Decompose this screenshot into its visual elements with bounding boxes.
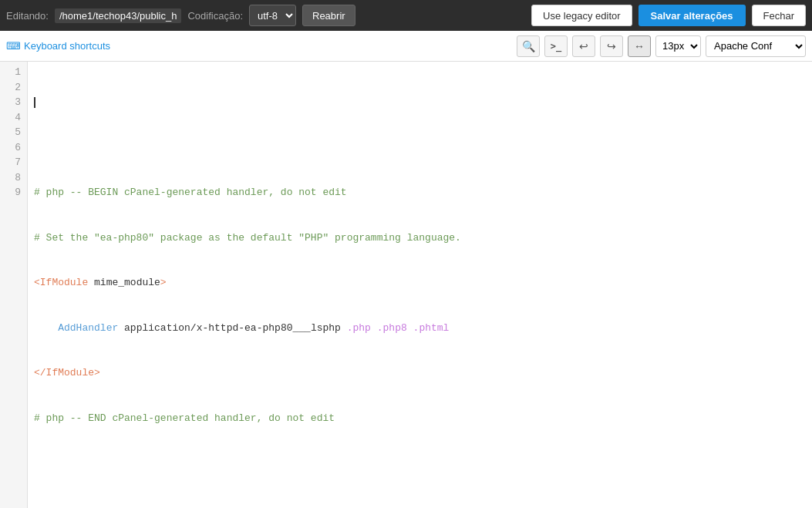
line-numbers: 1 2 3 4 5 6 7 8 9	[0, 62, 28, 508]
search-button[interactable]: 🔍	[517, 35, 540, 57]
redo-button[interactable]: ↪	[600, 35, 623, 57]
code-line-2	[34, 140, 806, 156]
terminal-icon: >_	[551, 41, 561, 52]
keyboard-icon: ⌨	[6, 40, 21, 52]
line-num-6: 6	[0, 140, 27, 156]
code-line-5: <IfModule mime_module>	[34, 275, 806, 291]
code-line-1	[34, 95, 806, 110]
legacy-editor-button[interactable]: Use legacy editor	[531, 5, 632, 26]
wrap-button[interactable]: ↔	[628, 35, 651, 57]
keyboard-shortcuts-label: Keyboard shortcuts	[24, 40, 110, 52]
code-line-8: # php -- END cPanel-generated handler, d…	[34, 411, 806, 426]
line-num-4: 4	[0, 110, 27, 126]
syntax-select[interactable]: Apache Conf CSS HTML JavaScript PHP Plai…	[706, 35, 806, 57]
keyboard-shortcuts-link[interactable]: ⌨ Keyboard shortcuts	[6, 40, 110, 52]
line-num-8: 8	[0, 170, 27, 186]
redo-icon: ↪	[607, 40, 616, 52]
file-path: /home1/techop43/public_h	[55, 8, 182, 23]
reabrir-button[interactable]: Reabrir	[302, 5, 355, 26]
code-line-3: # php -- BEGIN cPanel-generated handler,…	[34, 185, 806, 200]
font-size-select[interactable]: 10px 11px 12px 13px 14px 16px 18px 20px	[655, 35, 701, 57]
top-toolbar: Editando: /home1/techop43/public_h Codif…	[0, 0, 812, 31]
line-num-9: 9	[0, 185, 27, 200]
editor-toolbar: ⌨ Keyboard shortcuts 🔍 >_ ↩ ↪ ↔ 10px 11p…	[0, 31, 812, 62]
code-line-9	[34, 456, 806, 471]
encoding-select[interactable]: utf-8	[249, 5, 296, 26]
line-num-7: 7	[0, 155, 27, 170]
line-num-5: 5	[0, 125, 27, 140]
editing-label: Editando:	[6, 10, 49, 22]
code-line-7: </IfModule>	[34, 365, 806, 381]
line-num-1: 1	[0, 65, 27, 80]
code-line-6: AddHandler application/x-httpd-ea-php80_…	[34, 321, 806, 336]
line-num-3: 3	[0, 95, 27, 110]
encoding-label: Codificação:	[187, 10, 243, 22]
salvar-button[interactable]: Salvar alterações	[638, 5, 746, 26]
line-num-2: 2	[0, 80, 27, 96]
code-editor[interactable]: # php -- BEGIN cPanel-generated handler,…	[28, 62, 812, 508]
fechar-button[interactable]: Fechar	[752, 5, 806, 26]
undo-icon: ↩	[579, 40, 588, 52]
undo-button[interactable]: ↩	[572, 35, 595, 57]
editor-area: 1 2 3 4 5 6 7 8 9 # php -- BEGIN cPanel-…	[0, 62, 812, 508]
wrap-icon: ↔	[634, 40, 645, 52]
terminal-button[interactable]: >_	[544, 35, 568, 57]
search-icon: 🔍	[522, 40, 535, 52]
code-line-4: # Set the "ea-php80" package as the defa…	[34, 230, 806, 246]
